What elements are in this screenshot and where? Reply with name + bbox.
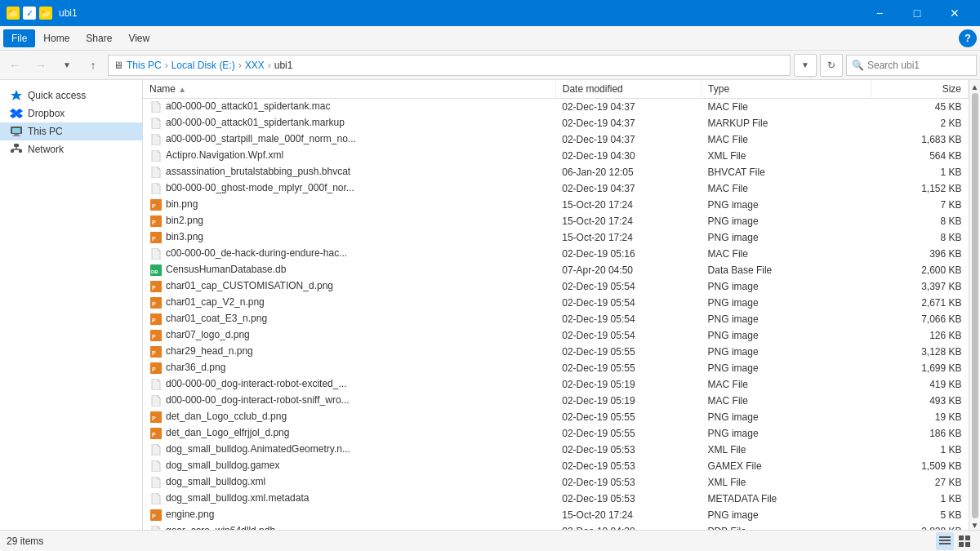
table-row[interactable]: Pdet_dan_Logo_elfrjjol_d.png02-Dec-19 05…	[143, 425, 969, 442]
file-name: d00-000-00_dog-interact-robot-sniff_wro.…	[143, 393, 555, 409]
table-row[interactable]: a00-000-00_attack01_spidertank.markup02-…	[143, 115, 969, 131]
scroll-down-button[interactable]: ▼	[970, 520, 980, 530]
col-header-size[interactable]: Size	[871, 80, 969, 99]
breadcrumb-xxx[interactable]: XXX	[245, 60, 265, 71]
table-row[interactable]: DBCensusHumanDatabase.db07-Apr-20 04:50D…	[143, 262, 969, 278]
png-icon: P	[149, 345, 163, 358]
file-size: 5 KB	[871, 507, 969, 523]
file-date: 02-Dec-19 04:37	[555, 131, 701, 148]
table-row[interactable]: Pbin3.png15-Oct-20 17:24PNG image8 KB	[143, 229, 969, 246]
file-date: 02-Dec-19 04:37	[555, 99, 701, 116]
file-name: dog_small_bulldog.AnimatedGeometry.n...	[143, 442, 555, 458]
file-name: Pchar01_cap_CUSTOMISATION_d.png	[143, 278, 555, 295]
file-name: Actipro.Navigation.Wpf.xml	[143, 148, 555, 164]
menu-bar: File Home Share View ?	[0, 26, 980, 51]
minimize-button[interactable]: −	[861, 0, 898, 26]
menu-share[interactable]: Share	[78, 29, 120, 47]
file-name: gear_core_win64dlld.pdb	[143, 523, 555, 530]
sidebar-label-network: Network	[28, 144, 64, 155]
png-icon: P	[149, 427, 163, 440]
back-button[interactable]: ←	[3, 54, 26, 77]
up-button[interactable]: ↑	[82, 54, 105, 77]
table-row[interactable]: gear_core_win64dlld.pdb02-Dec-19 04:30PD…	[143, 523, 969, 530]
breadcrumb[interactable]: 🖥 This PC › Local Disk (E:) › XXX › ubi1	[108, 55, 791, 76]
file-type: PNG image	[702, 311, 871, 327]
status-bar: 29 items	[0, 530, 980, 551]
table-row[interactable]: a00-000-00_startpill_male_000f_norm_no..…	[143, 131, 969, 148]
sidebar-item-this-pc[interactable]: This PC	[0, 122, 142, 140]
details-view-button[interactable]	[936, 532, 954, 550]
close-button[interactable]: ✕	[936, 0, 973, 26]
menu-bar-right: ?	[959, 29, 977, 47]
sidebar-item-quick-access[interactable]: Quick access	[0, 87, 142, 104]
table-row[interactable]: d00-000-00_dog-interact-robot-excited_..…	[143, 376, 969, 393]
table-row[interactable]: Pbin.png15-Oct-20 17:24PNG image7 KB	[143, 197, 969, 213]
sidebar-label-dropbox: Dropbox	[28, 108, 65, 119]
maximize-button[interactable]: □	[898, 0, 936, 26]
file-type: PDB File	[702, 523, 871, 530]
help-button[interactable]: ?	[959, 29, 977, 47]
col-header-name[interactable]: Name ▲	[143, 80, 555, 99]
table-row[interactable]: dog_small_bulldog.gamex02-Dec-19 05:53GA…	[143, 458, 969, 474]
table-row[interactable]: a00-000-00_attack01_spidertank.mac02-Dec…	[143, 99, 969, 116]
table-row[interactable]: Pchar07_logo_d.png02-Dec-19 05:54PNG ima…	[143, 327, 969, 344]
table-row[interactable]: Pchar29_head_n.png02-Dec-19 05:55PNG ima…	[143, 344, 969, 360]
dropdown-button[interactable]: ▼	[794, 54, 817, 77]
file-type: PNG image	[702, 327, 871, 344]
file-date: 02-Dec-19 04:30	[555, 523, 701, 530]
table-row[interactable]: c00-000-00_de-hack-during-endure-hac...0…	[143, 246, 969, 262]
file-type: XML File	[702, 474, 871, 491]
file-date: 02-Dec-19 04:37	[555, 115, 701, 131]
table-row[interactable]: Pdet_dan_Logo_cclub_d.png02-Dec-19 05:55…	[143, 409, 969, 425]
table-row[interactable]: assassination_brutalstabbing_push.bhvcat…	[143, 164, 969, 180]
file-type: PNG image	[702, 213, 871, 229]
menu-file[interactable]: File	[3, 29, 35, 47]
table-row[interactable]: dog_small_bulldog.xml.metadata02-Dec-19 …	[143, 491, 969, 507]
scrollbar-thumb[interactable]	[972, 93, 978, 518]
breadcrumb-current: ubi1	[274, 60, 293, 71]
file-type: XML File	[702, 148, 871, 164]
col-header-date[interactable]: Date modified	[555, 80, 701, 99]
table-row[interactable]: Pbin2.png15-Oct-20 17:24PNG image8 KB	[143, 213, 969, 229]
table-row[interactable]: Actipro.Navigation.Wpf.xml02-Dec-19 04:3…	[143, 148, 969, 164]
table-row[interactable]: dog_small_bulldog.AnimatedGeometry.n...0…	[143, 442, 969, 458]
recent-locations-button[interactable]: ▼	[56, 54, 78, 77]
file-type: BHVCAT File	[702, 164, 871, 180]
file-size: 7 KB	[871, 197, 969, 213]
png-icon: P	[149, 280, 163, 293]
sidebar-item-dropbox[interactable]: Dropbox	[0, 104, 142, 122]
table-row[interactable]: dog_small_bulldog.xml02-Dec-19 05:53XML …	[143, 474, 969, 491]
file-type: PNG image	[702, 360, 871, 376]
table-row[interactable]: Pengine.png15-Oct-20 17:24PNG image5 KB	[143, 507, 969, 523]
col-header-type[interactable]: Type	[702, 80, 871, 99]
file-date: 02-Dec-19 04:30	[555, 148, 701, 164]
svg-text:P: P	[152, 350, 156, 356]
forward-button[interactable]: →	[29, 54, 52, 77]
file-name: Pchar01_cap_V2_n.png	[143, 295, 555, 311]
file-type: PNG image	[702, 229, 871, 246]
file-name: Pengine.png	[143, 507, 555, 523]
breadcrumb-this-pc[interactable]: This PC	[127, 60, 162, 71]
sidebar-item-network[interactable]: Network	[0, 140, 142, 158]
file-size: 126 KB	[871, 327, 969, 344]
menu-home[interactable]: Home	[35, 29, 78, 47]
svg-text:P: P	[152, 301, 156, 307]
file-size: 7,066 KB	[871, 311, 969, 327]
table-row[interactable]: Pchar01_cap_CUSTOMISATION_d.png02-Dec-19…	[143, 278, 969, 295]
file-date: 02-Dec-19 05:19	[555, 376, 701, 393]
search-input[interactable]	[867, 60, 980, 71]
table-row[interactable]: Pchar01_cap_V2_n.png02-Dec-19 05:54PNG i…	[143, 295, 969, 311]
file-size: 419 KB	[871, 376, 969, 393]
breadcrumb-local-disk[interactable]: Local Disk (E:)	[172, 60, 235, 71]
file-name: Pchar07_logo_d.png	[143, 327, 555, 344]
table-row[interactable]: Pchar01_coat_E3_n.png02-Dec-19 05:54PNG …	[143, 311, 969, 327]
large-icons-view-button[interactable]	[956, 532, 973, 550]
scroll-up-button[interactable]: ▲	[970, 82, 980, 91]
file-type: GAMEX File	[702, 458, 871, 474]
table-row[interactable]: d00-000-00_dog-interact-robot-sniff_wro.…	[143, 393, 969, 409]
menu-view[interactable]: View	[120, 29, 158, 47]
table-row[interactable]: b00-000-00_ghost-mode_mplyr_000f_nor...0…	[143, 180, 969, 197]
file-size: 1,509 KB	[871, 458, 969, 474]
table-row[interactable]: Pchar36_d.png02-Dec-19 05:55PNG image1,6…	[143, 360, 969, 376]
refresh-button[interactable]: ↻	[820, 54, 843, 77]
